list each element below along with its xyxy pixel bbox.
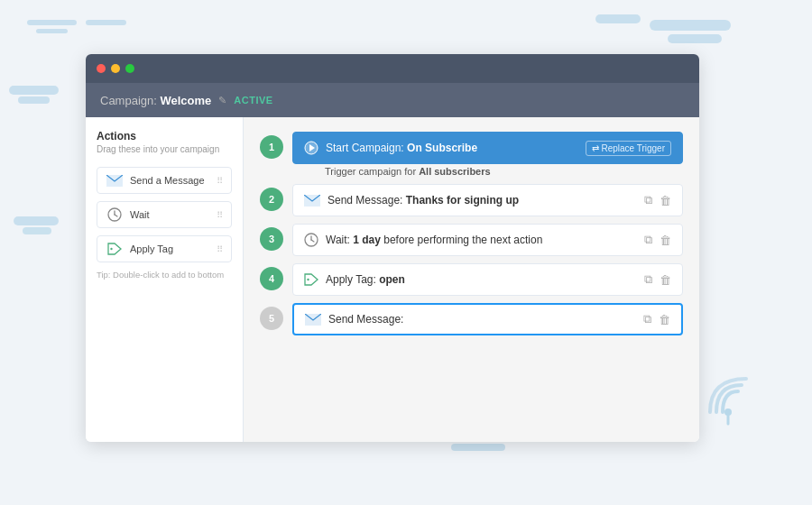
step-card-trigger[interactable]: Start Campaign: On Subscribe ⇄ Replace T… <box>292 132 683 164</box>
step-row-3: 3 Wait: 1 day before performing the next… <box>260 224 683 256</box>
step-row-4: 4 Apply Tag: open ⧉ 🗑 <box>260 263 683 296</box>
step-number-2: 2 <box>260 188 283 211</box>
wait-label: Wait <box>130 209 150 220</box>
step-card-4[interactable]: Apply Tag: open ⧉ 🗑 <box>292 263 683 296</box>
step5-delete-button[interactable]: 🗑 <box>659 313 670 326</box>
campaign-title-prefix: Campaign: Welcome <box>100 94 211 107</box>
clock-icon <box>105 207 125 222</box>
step2-delete-button[interactable]: 🗑 <box>660 194 671 207</box>
traffic-light-green <box>125 64 134 73</box>
sidebar-subtitle: Drag these into your campaign <box>97 144 232 154</box>
drag-handle-send[interactable]: ⠿ <box>217 176 224 186</box>
step2-envelope-icon <box>304 195 320 207</box>
step-number-1: 1 <box>260 135 283 159</box>
tip-text: Tip: Double-click to add to bottom <box>97 270 232 280</box>
edit-icon[interactable]: ✎ <box>218 95 226 106</box>
browser-window: Campaign: Welcome ✎ ACTIVE Actions Drag … <box>86 54 699 442</box>
signal-decoration <box>697 365 760 428</box>
trigger-subtitle: Trigger campaign for All subscribers <box>325 166 683 177</box>
sidebar: Actions Drag these into your campaign Se… <box>86 117 244 442</box>
step3-delete-button[interactable]: 🗑 <box>660 234 671 247</box>
title-bar <box>86 54 699 83</box>
traffic-light-yellow <box>111 64 120 73</box>
step5-title: Send Message: <box>328 313 403 326</box>
step5-envelope-icon <box>305 314 321 326</box>
action-item-wait[interactable]: Wait ⠿ <box>97 201 232 228</box>
step-card-5[interactable]: Send Message: ⧉ 🗑 <box>292 303 683 335</box>
step2-title: Send Message: Thanks for signing up <box>328 194 519 207</box>
step-card-3[interactable]: Wait: 1 day before performing the next a… <box>292 224 683 256</box>
apply-tag-label: Apply Tag <box>130 243 173 254</box>
svg-line-12 <box>311 240 314 242</box>
step4-tag-icon <box>304 273 318 286</box>
step4-title: Apply Tag: open <box>326 273 405 286</box>
campaign-main: 1 Start Campaign: On Subscribe ⇄ Replace… <box>244 117 699 442</box>
step-row-1: 1 Start Campaign: On Subscribe ⇄ Replace… <box>260 132 683 177</box>
action-item-apply-tag[interactable]: Apply Tag ⠿ <box>97 235 232 262</box>
step3-clock-icon <box>304 233 318 247</box>
tag-icon <box>105 242 125 256</box>
step4-delete-button[interactable]: 🗑 <box>660 273 671 287</box>
svg-line-5 <box>115 215 117 216</box>
step3-copy-button[interactable]: ⧉ <box>644 233 652 247</box>
step2-copy-button[interactable]: ⧉ <box>644 193 652 207</box>
replace-trigger-button[interactable]: ⇄ Replace Trigger <box>586 141 671 156</box>
step-number-4: 4 <box>260 267 283 290</box>
step5-copy-button[interactable]: ⧉ <box>643 312 651 326</box>
action-item-send-message[interactable]: Send a Message ⠿ <box>97 167 232 194</box>
step4-copy-button[interactable]: ⧉ <box>644 272 652 287</box>
drag-handle-tag[interactable]: ⠿ <box>217 244 224 254</box>
step-row-5: 5 Send Message: ⧉ 🗑 <box>260 303 683 335</box>
envelope-icon <box>105 173 125 188</box>
active-badge: ACTIVE <box>234 95 272 106</box>
step-row-2: 2 Send Message: Thanks for signing up ⧉ … <box>260 184 683 216</box>
traffic-light-red <box>97 64 106 73</box>
svg-point-6 <box>110 248 112 250</box>
campaign-name: Welcome <box>160 94 211 107</box>
step-card-2[interactable]: Send Message: Thanks for signing up ⧉ 🗑 <box>292 184 683 216</box>
step-number-5: 5 <box>260 307 283 330</box>
svg-point-13 <box>307 279 309 280</box>
content-area: Actions Drag these into your campaign Se… <box>86 117 699 442</box>
trigger-icon <box>304 141 318 155</box>
drag-handle-wait[interactable]: ⠿ <box>217 210 224 220</box>
step-number-3: 3 <box>260 227 283 251</box>
campaign-header: Campaign: Welcome ✎ ACTIVE <box>86 83 699 117</box>
step3-title: Wait: 1 day before performing the next a… <box>326 234 542 246</box>
trigger-title: Start Campaign: On Subscribe <box>326 142 477 154</box>
sidebar-title: Actions <box>97 130 232 142</box>
send-message-label: Send a Message <box>130 175 205 186</box>
